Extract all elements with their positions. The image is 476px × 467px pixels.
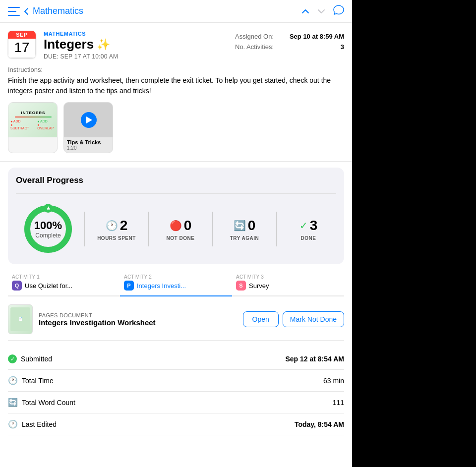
submitted-label: Submitted	[21, 355, 52, 363]
last-edited-label: Last Edited	[22, 420, 57, 428]
right-panel	[352, 0, 476, 467]
donut-chart: ★ 100% Complete	[16, 202, 80, 256]
doc-thumbnail: 📄	[8, 304, 33, 334]
hours-label: HOURS SPENT	[97, 235, 136, 241]
activities-count-row: No. Activities: 3	[235, 43, 344, 51]
activity-tab-2[interactable]: ACTIVITY 2 P Integers Investi...	[120, 270, 232, 295]
play-icon	[86, 117, 92, 123]
nav-up-button[interactable]	[301, 6, 309, 16]
main-panel: Mathematics SEP 17	[0, 0, 352, 467]
last-edited-row: 🕐 Last Edited Today, 8:54 AM	[8, 413, 344, 435]
not-done-value: 0	[184, 218, 192, 234]
doc-title: Integers Investigation Worksheet	[39, 318, 237, 327]
stats-divider-2	[148, 212, 149, 246]
instructions-label: Instructions:	[8, 66, 344, 73]
total-time-value: 63 min	[323, 377, 344, 385]
word-icon: 🔄	[8, 398, 18, 407]
mark-not-done-button[interactable]: Mark Not Done	[283, 311, 344, 327]
hours-value: 2	[120, 218, 128, 234]
word-count-label: Total Word Count	[22, 399, 75, 407]
video-title: Tips & Tricks	[67, 139, 110, 145]
back-label[interactable]: Mathematics	[33, 6, 83, 16]
not-done-icon: 🔴	[170, 220, 182, 232]
word-count-left: 🔄 Total Word Count	[8, 398, 75, 407]
activities-label: No. Activities:	[235, 43, 274, 51]
stats-divider-4	[276, 212, 277, 246]
assignment-header: SEP 17 MATHEMATICS Integers ✨ DUE: SEP 1…	[0, 23, 352, 66]
tab-2-icon: P	[124, 281, 134, 291]
time-icon: 🕐	[8, 376, 18, 385]
progress-stats: ★ 100% Complete 🕐 2 HOURS SPENT	[16, 202, 336, 256]
complete-label: Complete	[35, 232, 60, 239]
top-bar-left: Mathematics	[8, 6, 83, 16]
donut-center: 100% Complete	[34, 219, 62, 239]
calendar-badge: SEP 17	[8, 31, 36, 58]
try-again-stat: 🔄 0 TRY AGAIN	[217, 216, 272, 243]
doc-actions: Open Mark Not Done	[243, 311, 344, 327]
total-time-row: 🕐 Total Time 63 min	[8, 370, 344, 392]
last-edited-value: Today, 8:54 AM	[295, 420, 344, 428]
submitted-date: Sep 12 at 8:54 AM	[285, 355, 344, 363]
integers-poster-attachment[interactable]: INTEGERS ● ADD ● SUBTRACT ● ADD ● OVERLA…	[8, 102, 58, 153]
done-label: DONE	[301, 235, 316, 241]
activities-section: ACTIVITY 1 Q Use Quizlet for... ACTIVITY…	[8, 270, 344, 443]
video-preview	[64, 103, 113, 137]
tab-1-title: Use Quizlet for...	[25, 282, 72, 290]
activity-tab-3[interactable]: ACTIVITY 3 S Survey	[232, 270, 344, 295]
document-card: 📄 PAGES DOCUMENT Integers Investigation …	[8, 304, 344, 341]
tab-1-icon: Q	[12, 281, 22, 291]
assignment-info: MATHEMATICS Integers ✨ DUE: SEP 17 AT 10…	[44, 31, 227, 60]
doc-type: PAGES DOCUMENT	[39, 312, 237, 318]
try-again-value: 0	[248, 218, 256, 234]
tab-2-label: ACTIVITY 2	[124, 274, 228, 280]
activities-value: 3	[341, 43, 344, 51]
stats-divider-1	[84, 212, 85, 246]
nav-down-button[interactable]	[317, 6, 325, 16]
tab-3-icon: S	[236, 281, 246, 291]
due-date: DUE: SEP 17 AT 10:00 AM	[44, 53, 227, 60]
sidebar-toggle-button[interactable]	[8, 7, 20, 16]
submitted-left: ✓ Submitted	[8, 354, 52, 363]
tab-2-title: Integers Investi...	[137, 282, 186, 290]
calendar-month: SEP	[8, 31, 36, 39]
last-edited-left: 🕐 Last Edited	[8, 419, 57, 429]
assigned-on-value: Sep 10 at 8:59 AM	[290, 33, 344, 40]
try-again-label: TRY AGAIN	[230, 235, 259, 241]
sparkle-icon: ✨	[97, 38, 110, 51]
play-button[interactable]	[81, 112, 97, 128]
not-done-label: NOT DONE	[167, 235, 195, 241]
clock-icon: 🕐	[106, 220, 118, 232]
total-time-label: Total Time	[22, 377, 54, 385]
done-icon: ✓	[299, 220, 308, 232]
assignment-meta: Assigned On: Sep 10 at 8:59 AM No. Activ…	[235, 31, 344, 51]
doc-info: PAGES DOCUMENT Integers Investigation Wo…	[39, 312, 237, 327]
progress-title: Overall Progress	[16, 175, 336, 185]
try-again-icon: 🔄	[234, 220, 246, 232]
hours-spent-stat: 🕐 2 HOURS SPENT	[89, 216, 144, 243]
video-info: Tips & Tricks 1:20	[64, 137, 113, 153]
progress-divider	[16, 193, 336, 194]
svg-text:★: ★	[46, 206, 51, 211]
submitted-icon: ✓	[8, 354, 17, 363]
tab-3-title: Survey	[249, 282, 269, 290]
activity-tabs: ACTIVITY 1 Q Use Quizlet for... ACTIVITY…	[8, 270, 344, 296]
not-done-stat: 🔴 0 NOT DONE	[153, 216, 208, 243]
assignment-title: Integers ✨	[44, 37, 227, 52]
video-duration: 1:20	[67, 145, 110, 151]
total-time-left: 🕐 Total Time	[8, 376, 54, 385]
back-button[interactable]	[24, 7, 29, 15]
tips-tricks-video-attachment[interactable]: Tips & Tricks 1:20	[63, 102, 113, 153]
assigned-on-row: Assigned On: Sep 10 at 8:59 AM	[235, 33, 344, 40]
instructions-text: Finish the app activity and worksheet, t…	[8, 75, 344, 96]
progress-section: Overall Progress ★ 100% Complete	[8, 168, 344, 264]
activity-tab-1[interactable]: ACTIVITY 1 Q Use Quizlet for...	[8, 270, 120, 295]
assigned-on-label: Assigned On:	[235, 33, 274, 40]
attachments-section: INTEGERS ● ADD ● SUBTRACT ● ADD ● OVERLA…	[0, 102, 352, 162]
subject-label: MATHEMATICS	[44, 31, 227, 37]
comment-button[interactable]	[333, 5, 344, 17]
calendar-day: 17	[8, 39, 36, 58]
activity-content: 📄 PAGES DOCUMENT Integers Investigation …	[8, 296, 344, 443]
open-button[interactable]: Open	[243, 311, 279, 327]
top-bar: Mathematics	[0, 0, 352, 23]
tab-1-label: ACTIVITY 1	[12, 274, 116, 280]
